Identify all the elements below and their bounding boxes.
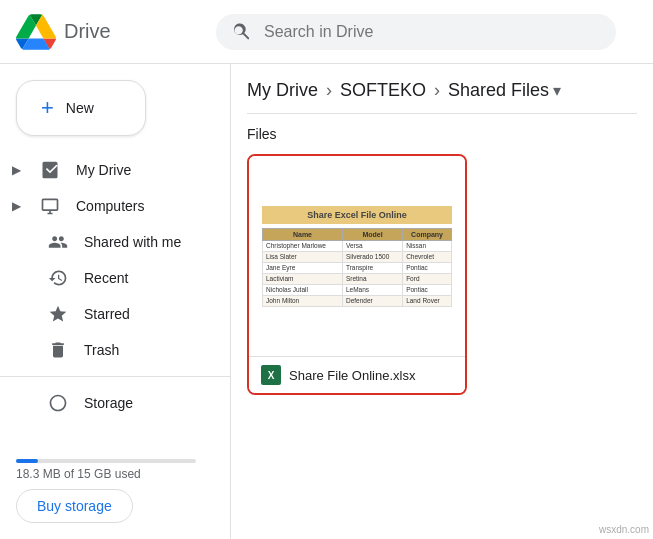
file-card[interactable]: Share Excel File Online Name Model Compa…: [247, 154, 467, 395]
shared-icon: [48, 232, 68, 252]
xlsx-icon-label: X: [268, 370, 275, 381]
table-cell: Christopher Marlowe: [263, 240, 343, 251]
chevron-down-icon: ▾: [553, 81, 561, 100]
sidebar-my-drive-label: My Drive: [76, 162, 131, 178]
content-divider: [247, 113, 637, 114]
storage-bar-fill: [16, 459, 38, 463]
storage-used-text: 18.3 MB of 15 GB used: [16, 467, 214, 481]
table-cell: Pontiac: [403, 284, 452, 295]
sidebar-computers-label: Computers: [76, 198, 144, 214]
plus-icon: +: [41, 97, 54, 119]
table-cell: Jane Eyre: [263, 262, 343, 273]
table-cell: Lisa Slater: [263, 251, 343, 262]
arrow-icon-computers: ▶: [8, 199, 24, 213]
drive-logo-icon: [16, 14, 56, 50]
xlsx-preview-table: Share Excel File Online Name Model Compa…: [262, 206, 452, 307]
sidebar-item-shared[interactable]: ▶ Shared with me: [0, 224, 222, 260]
breadcrumb-shared-files-label: Shared Files: [448, 80, 549, 101]
table-cell: Land Rover: [403, 295, 452, 306]
table-row: LactiviamSretinaFord: [263, 273, 452, 284]
trash-icon: [48, 340, 68, 360]
breadcrumb-my-drive[interactable]: My Drive: [247, 80, 318, 101]
search-input[interactable]: [264, 23, 600, 41]
table-cell: Nicholas Jutall: [263, 284, 343, 295]
breadcrumb: My Drive › SOFTEKO › Shared Files ▾: [247, 64, 637, 109]
col-header-name: Name: [263, 228, 343, 240]
table-cell: Sretina: [342, 273, 402, 284]
search-icon: [232, 22, 252, 42]
col-header-model: Model: [342, 228, 402, 240]
arrow-icon: ▶: [8, 163, 24, 177]
my-drive-icon: [40, 160, 60, 180]
sidebar-item-trash[interactable]: ▶ Trash: [0, 332, 222, 368]
sidebar: + New ▶ My Drive ▶ Computers ▶: [0, 64, 230, 539]
sidebar-starred-label: Starred: [84, 306, 130, 322]
files-section-label: Files: [247, 126, 637, 142]
table-cell: Silverado 1500: [342, 251, 402, 262]
table-cell: Nissan: [403, 240, 452, 251]
watermark: wsxdn.com: [599, 524, 649, 535]
table-row: Jane EyreTranspirePontiac: [263, 262, 452, 273]
breadcrumb-shared-files[interactable]: Shared Files ▾: [448, 80, 561, 101]
search-bar[interactable]: [216, 14, 616, 50]
table-cell: John Milton: [263, 295, 343, 306]
file-name: Share File Online.xlsx: [289, 368, 415, 383]
storage-icon: [48, 393, 68, 413]
table-cell: Ford: [403, 273, 452, 284]
table-cell: Pontiac: [403, 262, 452, 273]
table-cell: Chevrolet: [403, 251, 452, 262]
file-info: X Share File Online.xlsx: [249, 356, 465, 393]
sidebar-shared-label: Shared with me: [84, 234, 181, 250]
table-row: Lisa SlaterSilverado 1500Chevrolet: [263, 251, 452, 262]
starred-icon: [48, 304, 68, 324]
sidebar-item-computers[interactable]: ▶ Computers: [0, 188, 222, 224]
sidebar-item-my-drive[interactable]: ▶ My Drive: [0, 152, 222, 188]
buy-storage-button[interactable]: Buy storage: [16, 489, 133, 523]
breadcrumb-sep-1: ›: [326, 80, 332, 101]
recent-icon: [48, 268, 68, 288]
new-button[interactable]: + New: [16, 80, 146, 136]
app-title: Drive: [64, 20, 111, 43]
logo-area: Drive: [16, 14, 216, 50]
breadcrumb-sep-2: ›: [434, 80, 440, 101]
table-row: Christopher MarloweVersaNissan: [263, 240, 452, 251]
header: Drive: [0, 0, 653, 64]
sidebar-recent-label: Recent: [84, 270, 128, 286]
table-cell: Transpire: [342, 262, 402, 273]
table-cell: Versa: [342, 240, 402, 251]
new-button-label: New: [66, 100, 94, 116]
xlsx-icon: X: [261, 365, 281, 385]
col-header-company: Company: [403, 228, 452, 240]
storage-section: 18.3 MB of 15 GB used Buy storage: [0, 443, 230, 531]
table-cell: Lactiviam: [263, 273, 343, 284]
breadcrumb-softeko[interactable]: SOFTEKO: [340, 80, 426, 101]
storage-bar: [16, 459, 196, 463]
main-layout: + New ▶ My Drive ▶ Computers ▶: [0, 64, 653, 539]
sidebar-item-recent[interactable]: ▶ Recent: [0, 260, 222, 296]
xlsx-preview-caption: Share Excel File Online: [262, 206, 452, 224]
sidebar-divider: [0, 376, 230, 377]
table-row: Nicholas JutallLeMansPontiac: [263, 284, 452, 295]
computers-icon: [40, 196, 60, 216]
sidebar-item-storage[interactable]: ▶ Storage: [0, 385, 222, 421]
sidebar-storage-label: Storage: [84, 395, 133, 411]
table-row: John MiltonDefenderLand Rover: [263, 295, 452, 306]
table-cell: LeMans: [342, 284, 402, 295]
sidebar-trash-label: Trash: [84, 342, 119, 358]
content-area: My Drive › SOFTEKO › Shared Files ▾ File…: [230, 64, 653, 539]
table-cell: Defender: [342, 295, 402, 306]
file-thumbnail: Share Excel File Online Name Model Compa…: [249, 156, 465, 356]
sidebar-item-starred[interactable]: ▶ Starred: [0, 296, 222, 332]
